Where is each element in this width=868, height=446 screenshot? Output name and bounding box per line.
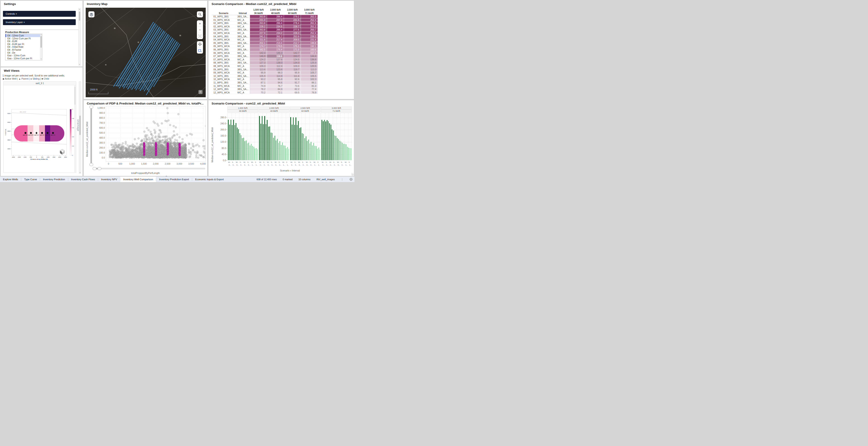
- tab-economic-inputs-export[interactable]: Economic Inputs & Export: [192, 177, 227, 182]
- bar[interactable]: [241, 135, 242, 160]
- bar[interactable]: [242, 138, 243, 160]
- heatmap-cell[interactable]: 124.5: [284, 58, 301, 61]
- map-attribution-button[interactable]: ©: [198, 90, 203, 94]
- list-option[interactable]: Oil - Initial Rate: [5, 46, 40, 49]
- heatmap-cell[interactable]: 112.4: [267, 64, 284, 68]
- heatmap-cell[interactable]: 228.3: [284, 31, 301, 35]
- tab-type-curve[interactable]: Type Curve: [21, 177, 40, 182]
- heatmap-cell[interactable]: 160.6: [301, 48, 318, 51]
- tab-inventory-well-comparison[interactable]: Inventory Well Comparison: [120, 177, 156, 182]
- heatmap-cell[interactable]: 179.5: [267, 44, 284, 48]
- interval-cell[interactable]: 3BS_SA...: [236, 41, 250, 45]
- bar[interactable]: [262, 116, 263, 160]
- zoom-out-button[interactable]: −: [197, 27, 203, 33]
- bar[interactable]: [256, 148, 257, 160]
- bar[interactable]: [325, 121, 326, 160]
- scenario-cell[interactable]: 01_WPS_WCA: [212, 18, 236, 22]
- heatmap-cell[interactable]: 153.7: [284, 55, 301, 58]
- heatmap-cell[interactable]: 217.4: [267, 38, 284, 41]
- heatmap-cell[interactable]: 228.2: [250, 25, 267, 28]
- heatmap-cell[interactable]: 146.3: [267, 51, 284, 55]
- bar[interactable]: [294, 125, 295, 160]
- scenario-cell[interactable]: 02_WPS_WCA: [212, 25, 236, 28]
- scenario-cell[interactable]: 06_WPS_WCA: [212, 51, 236, 55]
- scenario-cell[interactable]: 02_WPS_3BS: [212, 22, 236, 25]
- heatmap-cell[interactable]: 175.1: [284, 44, 301, 48]
- bar[interactable]: [248, 143, 249, 160]
- list-option[interactable]: Oil - B Factor: [5, 49, 40, 51]
- bar[interactable]: [297, 125, 298, 160]
- heatmap-cell[interactable]: 125.9: [301, 61, 318, 64]
- bar[interactable]: [314, 146, 315, 160]
- heatmap-cell[interactable]: 144.4: [301, 55, 318, 58]
- bar[interactable]: [334, 136, 335, 160]
- list-option[interactable]: Gas - 12mo Cum: [5, 54, 40, 57]
- bar[interactable]: [247, 143, 248, 160]
- well-views-scrollbar[interactable]: ▼: [79, 82, 81, 174]
- bar[interactable]: [282, 143, 283, 160]
- heatmap-cell[interactable]: 212.7: [284, 41, 301, 45]
- heatmap-cell[interactable]: 109.3: [250, 64, 267, 68]
- heatmap-cell[interactable]: 93.2: [250, 78, 267, 81]
- heatmap-cell[interactable]: 241.1: [250, 35, 267, 38]
- heatmap-cell[interactable]: 192.1: [301, 44, 318, 48]
- interval-cell[interactable]: WC_A: [236, 31, 250, 35]
- interval-cell[interactable]: 3BS_SA...: [236, 28, 250, 31]
- bar[interactable]: [229, 125, 230, 160]
- bar[interactable]: [263, 124, 264, 160]
- heatmap-cell[interactable]: 234.2: [267, 31, 284, 35]
- bar[interactable]: [243, 138, 244, 160]
- interval-cell[interactable]: WC_A: [236, 58, 250, 61]
- tab-inventory-prediction-export[interactable]: Inventory Prediction Export: [156, 177, 192, 182]
- bar[interactable]: [268, 127, 269, 160]
- bar[interactable]: [290, 117, 291, 160]
- interval-cell[interactable]: WC_A: [236, 78, 250, 81]
- heatmap-cell[interactable]: 114.9: [267, 75, 284, 78]
- scenario-cell[interactable]: 09_WPS_3BS: [212, 68, 236, 71]
- bar[interactable]: [306, 137, 307, 160]
- x-slider-right-handle[interactable]: [98, 167, 101, 170]
- heatmap-cell[interactable]: 69.5: [284, 91, 301, 94]
- bar[interactable]: [285, 146, 285, 160]
- interval-cell[interactable]: 3BS_SA...: [236, 55, 250, 58]
- heatmap-cell[interactable]: 102.3: [301, 78, 318, 81]
- heatmap-cell[interactable]: 119.7: [284, 68, 301, 71]
- bar[interactable]: [233, 120, 234, 160]
- bar[interactable]: [337, 138, 338, 160]
- interval-cell[interactable]: WC_A: [236, 25, 250, 28]
- scenario-cell[interactable]: 04_WPS_WCA: [212, 38, 236, 41]
- heatmap-cell[interactable]: 209.5: [284, 38, 301, 41]
- scenario-cell[interactable]: 08_WPS_WCA: [212, 64, 236, 68]
- zoom-in-button[interactable]: +: [197, 20, 203, 26]
- scatter-x-zoom-slider[interactable]: [94, 168, 205, 169]
- bar[interactable]: [250, 145, 250, 160]
- list-scrollbar[interactable]: ▲ ▼: [40, 34, 42, 60]
- controls-expand-button[interactable]: Controls +: [3, 11, 76, 17]
- list-option[interactable]: Oil - 12mo Cum: [5, 34, 40, 37]
- y-slider-top-handle[interactable]: [90, 106, 93, 109]
- heatmap-cell[interactable]: 73.6: [284, 84, 301, 88]
- bar[interactable]: [327, 120, 328, 160]
- bar[interactable]: [277, 139, 278, 160]
- heatmap-cell[interactable]: 76.9: [301, 91, 318, 94]
- globe-icon[interactable]: [349, 178, 352, 181]
- heatmap-cell[interactable]: 76.7: [267, 84, 284, 88]
- scatter-y-zoom-slider[interactable]: [90, 107, 92, 165]
- bar[interactable]: [336, 136, 336, 160]
- heatmap-cell[interactable]: 111.6: [284, 75, 301, 78]
- scatter-plot-area[interactable]: [106, 106, 206, 162]
- heatmap-cell[interactable]: 234.5: [267, 25, 284, 28]
- bar[interactable]: [307, 141, 308, 160]
- interval-cell[interactable]: 3BS_SA...: [236, 81, 250, 84]
- tab-explore-wells[interactable]: Explore Wells: [0, 177, 21, 182]
- heatmap-cell[interactable]: 286.4: [267, 22, 284, 25]
- scenario-cell[interactable]: 03_WPS_WCA: [212, 31, 236, 35]
- bar[interactable]: [257, 149, 258, 160]
- bar[interactable]: [266, 124, 267, 160]
- scenario-cell[interactable]: 03_WPS_3BS: [212, 28, 236, 31]
- bar[interactable]: [331, 125, 331, 160]
- heatmap-cell[interactable]: 113.6: [250, 68, 267, 71]
- interval-cell[interactable]: 3BS_SA...: [236, 35, 250, 38]
- heatmap-cell[interactable]: 228.7: [284, 25, 301, 28]
- map-layers-button[interactable]: [88, 11, 94, 18]
